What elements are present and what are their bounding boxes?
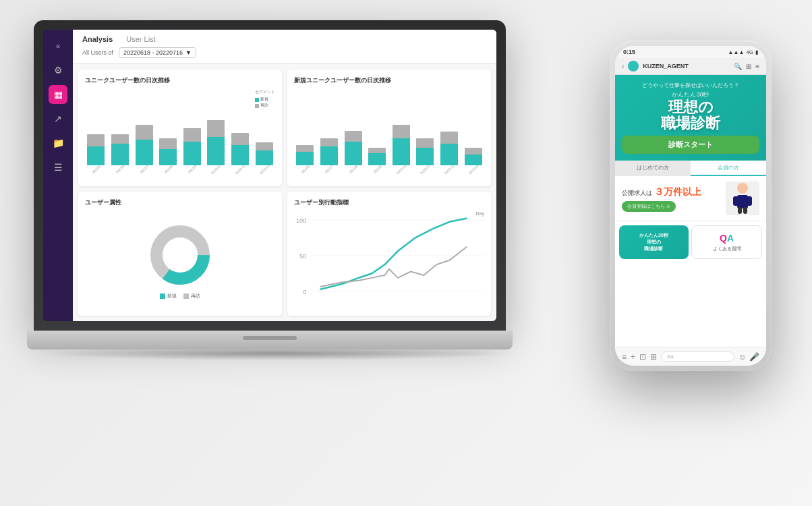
donut-return-label: 再訪 — [191, 293, 200, 300]
bar-stack — [109, 134, 132, 165]
person-figure-svg — [729, 181, 756, 215]
phone-tab-beginner[interactable]: はじめての方 — [615, 161, 691, 176]
bar-label: 2022/11 — [419, 163, 431, 175]
bar-label: 2022/6 — [115, 164, 125, 174]
sidebar-chevron-icon[interactable]: « — [49, 36, 67, 55]
bar-group: 2022/8 — [342, 131, 364, 171]
bar-stack — [133, 125, 155, 165]
signal-icon: ▲▲▲ — [728, 49, 745, 55]
search-icon[interactable]: 🔍 — [734, 63, 742, 70]
bar-seg-gray — [256, 142, 273, 150]
banner-title: 理想の 職場診断 — [622, 99, 759, 132]
small-banner-diagnosis-text: かんたん30秒 理想の 職場診断 — [637, 229, 671, 255]
bar-group: 2022/11 — [414, 138, 436, 171]
job-banner-image — [726, 181, 759, 215]
svg-rect-9 — [737, 195, 748, 208]
chart-area-3: 新規 再訪 — [85, 211, 275, 309]
tab-userlist[interactable]: User List — [126, 35, 155, 43]
bar-seg-teal — [296, 152, 314, 165]
bar-seg-gray — [207, 120, 225, 137]
emoji-icon[interactable]: ☺ — [738, 352, 747, 362]
chart-area-1: セグメント 新規 再訪 — [85, 89, 275, 179]
qa-label: よくある質問 — [713, 246, 741, 252]
bar-seg-teal — [111, 144, 129, 165]
laptop-screen: « ⚙ ▦ ↗ 📁 ☰ Analysis User List — [43, 30, 496, 321]
tab-analysis[interactable]: Analysis — [82, 35, 113, 43]
nav-avatar — [628, 61, 639, 72]
bar-stack — [318, 138, 341, 165]
bar-group: 2022/10 — [205, 120, 227, 171]
mic-icon[interactable]: 🎤 — [749, 352, 759, 362]
bar-stack — [366, 148, 388, 165]
job-banner: 公開求人は ３万件以上 会員登録はこちら ⊙ — [615, 176, 766, 221]
phone-tab-member[interactable]: 会員の方 — [691, 161, 766, 176]
bar-chart-1: 2022/5 2022/6 — [85, 89, 275, 179]
bar-seg-teal — [465, 154, 482, 165]
nav-icons: 🔍 ⊞ ≡ — [734, 63, 759, 70]
small-banners: かんたん30秒 理想の 職場診断 QA よくある質問 — [615, 221, 766, 263]
bar-seg-gray — [393, 125, 410, 138]
image-icon[interactable]: ⊡ — [639, 352, 646, 362]
bar-seg-teal — [393, 138, 410, 165]
line-chart-svg: 100 50 0 — [294, 211, 484, 309]
small-banner-qa[interactable]: QA よくある質問 — [691, 225, 762, 259]
bar-seg-gray — [296, 145, 314, 152]
bar-stack — [462, 148, 484, 165]
donut-new-label: 新規 — [167, 293, 177, 300]
chat-banner: どうやって仕事を探せばいいんだろう？ かんたん30秒 理想の 職場診断 診断スタ… — [615, 75, 766, 161]
scene: « ⚙ ▦ ↗ 📁 ☰ Analysis User List — [0, 0, 812, 506]
banner-title-line2: 職場診断 — [661, 115, 720, 132]
chart-area-4: Day 100 50 0 — [294, 211, 484, 309]
bar-label: 2022/12 — [444, 163, 455, 175]
chart-title-1: ユニークユーザー数の日次推移 — [85, 76, 275, 85]
job-text-prefix: 公開求人は — [622, 190, 652, 196]
sidebar-chart-icon[interactable]: ▦ — [49, 85, 67, 104]
chat-input[interactable]: Aa — [661, 352, 734, 362]
job-register-button[interactable]: 会員登録はこちら ⊙ — [622, 201, 676, 212]
bar-seg-teal — [320, 146, 338, 165]
qa-icon: QA — [720, 233, 734, 244]
sidebar-share-icon[interactable]: ↗ — [49, 109, 67, 128]
dropdown-arrow-icon: ▼ — [185, 49, 192, 56]
date-range-dropdown[interactable]: 20220618 - 20220716 ▼ — [119, 47, 196, 58]
bar-group: 2022/14 — [253, 142, 275, 171]
bar-stack — [181, 128, 204, 165]
plus-icon[interactable]: + — [631, 352, 635, 362]
sidebar-menu-icon[interactable]: ☰ — [49, 158, 67, 177]
donut-teal-dot — [160, 293, 165, 299]
banner-cta-button[interactable]: 診断スタート — [622, 136, 759, 154]
bar-seg-gray — [345, 131, 362, 142]
small-banner-diagnosis[interactable]: かんたん30秒 理想の 職場診断 — [619, 225, 689, 259]
bar-label: 2022/10 — [210, 163, 222, 175]
bar-seg-teal — [231, 145, 249, 165]
svg-rect-13 — [743, 207, 747, 214]
bar-seg-teal — [159, 149, 177, 165]
bar-label: 2022/13 — [467, 163, 479, 175]
hamburger-icon[interactable]: ≡ — [622, 352, 627, 362]
chart-card-4: ユーザー別行動指標 Day 100 50 — [287, 192, 491, 316]
gallery-icon[interactable]: ⊞ — [650, 352, 657, 362]
chart-title-3: ユーザー属性 — [85, 198, 275, 207]
bar-group: 2022/8 — [157, 138, 179, 171]
bar-stack — [294, 145, 316, 165]
top-bar-tabs: Analysis User List — [82, 35, 487, 43]
phone-nav-bar: ‹ KUZEN_AGENT 🔍 ⊞ ≡ — [615, 58, 766, 75]
battery-icon: ▮ — [755, 49, 758, 55]
back-button[interactable]: ‹ — [622, 63, 624, 70]
sidebar-gear-icon[interactable]: ⚙ — [49, 61, 67, 80]
bar-seg-gray — [320, 138, 338, 146]
phone-screen: 0:15 ▲▲▲ 4G ▮ ‹ KUZEN_AGENT 🔍 ⊞ ≡ — [615, 46, 766, 366]
bar-label: 2022/8 — [163, 164, 173, 174]
chart-card-3: ユーザー属性 — [78, 192, 282, 316]
bar-seg-gray — [159, 138, 177, 149]
donut-legend: 新規 再訪 — [160, 293, 200, 300]
grid-icon[interactable]: ⊞ — [746, 63, 751, 70]
bar-label: 2022/9 — [187, 164, 197, 174]
donut-gray-dot — [183, 293, 189, 299]
sidebar-folder-icon[interactable]: 📁 — [49, 134, 67, 152]
dashboard-grid: ユニークユーザー数の日次推移 セグメント 新規 — [73, 64, 496, 321]
top-bar-filter: All Users of 20220618 - 20220716 ▼ — [82, 47, 487, 58]
menu-icon[interactable]: ≡ — [755, 63, 759, 70]
bar-label: 2022/10 — [395, 163, 407, 175]
chart-card-2: 新規ユニークユーザー数の日次推移 2022/6 — [287, 69, 491, 186]
